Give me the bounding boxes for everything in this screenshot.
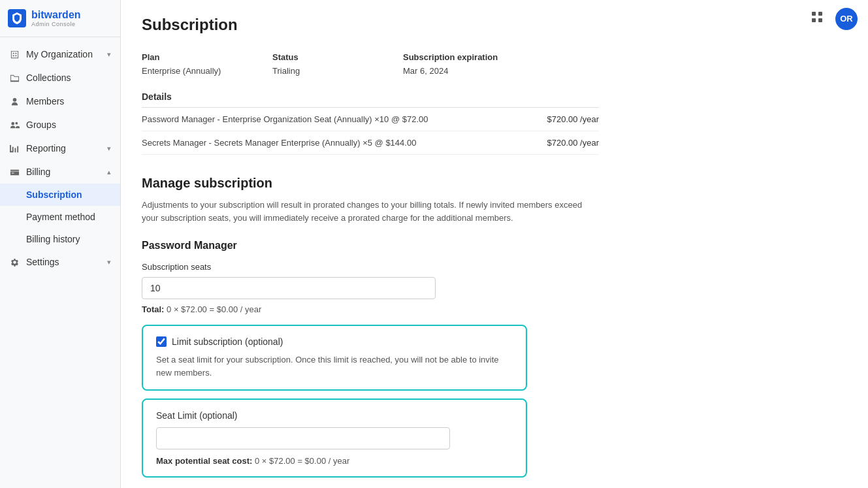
brand-name: bitwarden: [31, 9, 81, 21]
expiration-header: Subscription expiration: [403, 52, 847, 62]
limit-description: Set a seat limit for your subscription. …: [156, 353, 513, 379]
seat-limit-input[interactable]: [156, 427, 450, 449]
sidebar-item-groups[interactable]: Groups: [0, 113, 120, 137]
expiration-column: Subscription expiration Mar 6, 2024: [403, 52, 847, 76]
building-icon: [9, 49, 20, 59]
chevron-down-icon: ▾: [107, 144, 111, 153]
max-cost-label: Max potential seat cost:: [156, 456, 252, 466]
details-header: Details: [142, 91, 847, 102]
chevron-up-icon: ▴: [107, 168, 111, 176]
sidebar: bitwarden Admin Console My Organization …: [0, 0, 121, 488]
sidebar-sub-label-payment-method: Payment method: [26, 212, 95, 222]
sidebar-item-billing[interactable]: Billing ▴: [0, 160, 120, 184]
password-manager-title: Password Manager: [142, 240, 847, 252]
sidebar-item-reporting[interactable]: Reporting ▾: [0, 137, 120, 160]
table-row: Password Manager - Enterprise Organizati…: [142, 108, 599, 131]
status-column: Status Trialing: [272, 52, 403, 76]
chevron-down-icon: ▾: [107, 50, 111, 59]
expiration-value: Mar 6, 2024: [403, 66, 847, 76]
folder-icon: [9, 73, 20, 83]
svg-rect-1: [812, 12, 816, 16]
plan-value: Enterprise (Annually): [142, 66, 272, 76]
sidebar-label-collections: Collections: [26, 73, 71, 83]
sidebar-label-my-organization: My Organization: [26, 49, 93, 59]
sidebar-item-settings[interactable]: Settings ▾: [0, 250, 120, 274]
status-value: Trialing: [272, 66, 403, 76]
max-cost-calc: 0 × $72.00 = $0.00 / year: [255, 456, 349, 466]
gear-icon: [9, 257, 20, 267]
subscription-seats-input[interactable]: [142, 277, 436, 299]
seat-limit-box: Seat Limit (optional) Max potential seat…: [142, 399, 527, 478]
user-icon: [9, 96, 20, 106]
limit-checkbox-label: Limit subscription (optional): [172, 336, 283, 347]
sidebar-label-groups: Groups: [26, 120, 56, 130]
sidebar-item-my-organization[interactable]: My Organization ▾: [0, 42, 120, 66]
limit-subscription-box: Limit subscription (optional) Set a seat…: [142, 325, 527, 391]
logo-text: bitwarden Admin Console: [31, 9, 81, 27]
plan-column: Plan Enterprise (Annually): [142, 52, 272, 76]
bitwarden-logo-icon: [8, 9, 26, 27]
seats-label: Subscription seats: [142, 262, 847, 272]
main-content: Subscription Plan Enterprise (Annually) …: [121, 0, 868, 488]
manage-description: Adjustments to your subscription will re…: [142, 199, 599, 224]
chevron-down-icon: ▾: [107, 258, 111, 267]
avatar[interactable]: OR: [835, 8, 858, 30]
detail-description-1: Password Manager - Enterprise Organizati…: [142, 114, 428, 124]
sidebar-label-billing: Billing: [26, 167, 50, 177]
limit-subscription-checkbox[interactable]: [156, 336, 167, 347]
plan-info-section: Plan Enterprise (Annually) Status Triali…: [142, 52, 847, 76]
sidebar-sub-item-payment-method[interactable]: Payment method: [0, 206, 120, 228]
detail-price-1: $720.00 /year: [547, 114, 599, 124]
header-right: OR: [807, 7, 858, 31]
total-text: Total: 0 × $72.00 = $0.00 / year: [142, 304, 847, 314]
detail-description-2: Secrets Manager - Secrets Manager Enterp…: [142, 138, 416, 148]
seat-limit-label: Seat Limit (optional): [156, 410, 513, 421]
detail-price-2: $720.00 /year: [547, 138, 599, 148]
total-calc: 0 × $72.00 = $0.00 / year: [167, 304, 261, 314]
details-table: Password Manager - Enterprise Organizati…: [142, 107, 599, 155]
sidebar-item-members[interactable]: Members: [0, 89, 120, 113]
svg-rect-2: [818, 12, 822, 16]
manage-subscription-title: Manage subscription: [142, 176, 847, 191]
sidebar-sub-label-subscription: Subscription: [26, 189, 82, 200]
max-cost-text: Max potential seat cost: 0 × $72.00 = $0…: [156, 456, 513, 466]
users-icon: [9, 120, 20, 130]
sidebar-label-settings: Settings: [26, 257, 59, 267]
table-row: Secrets Manager - Secrets Manager Enterp…: [142, 131, 599, 155]
grid-icon[interactable]: [807, 7, 828, 31]
credit-card-icon: [9, 167, 20, 177]
sidebar-sub-item-billing-history[interactable]: Billing history: [0, 228, 120, 250]
sidebar-sub-item-subscription[interactable]: Subscription: [0, 184, 120, 206]
sidebar-navigation: My Organization ▾ Collections Members Gr…: [0, 37, 120, 279]
logo-area: bitwarden Admin Console: [0, 0, 120, 37]
status-header: Status: [272, 52, 403, 62]
total-label: Total:: [142, 304, 164, 314]
sidebar-label-members: Members: [26, 96, 64, 106]
sidebar-item-collections[interactable]: Collections: [0, 66, 120, 89]
page-title: Subscription: [142, 16, 847, 34]
brand-subtitle: Admin Console: [31, 21, 81, 27]
svg-rect-3: [812, 18, 816, 22]
limit-checkbox-row: Limit subscription (optional): [156, 336, 513, 347]
chart-icon: [9, 143, 20, 154]
plan-header: Plan: [142, 52, 272, 62]
details-section: Details Password Manager - Enterprise Or…: [142, 91, 847, 155]
sidebar-label-reporting: Reporting: [26, 143, 66, 154]
svg-rect-4: [818, 18, 822, 22]
sidebar-sub-label-billing-history: Billing history: [26, 234, 80, 244]
